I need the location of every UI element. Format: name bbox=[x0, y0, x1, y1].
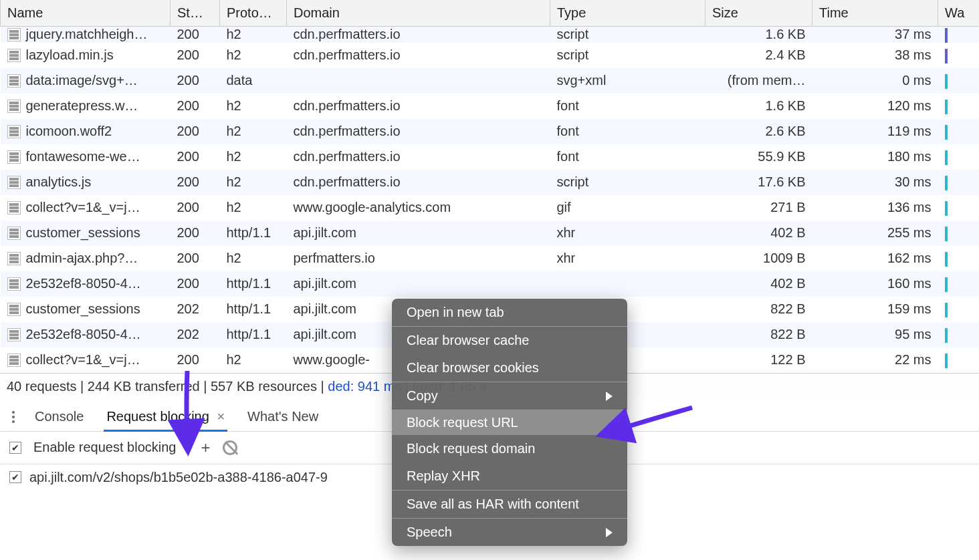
cell-protocol: h2 bbox=[220, 119, 287, 144]
cell-time: 120 ms bbox=[812, 94, 938, 119]
col-size[interactable]: Size bbox=[705, 0, 812, 27]
enable-blocking-checkbox[interactable] bbox=[9, 442, 21, 454]
cell-size: 1009 B bbox=[705, 246, 812, 271]
cell-name: 2e532ef8-8050-4… bbox=[26, 327, 141, 342]
cell-time: 119 ms bbox=[812, 119, 938, 144]
cell-type: xhr bbox=[550, 221, 705, 246]
cell-domain: cdn.perfmatters.io bbox=[287, 43, 550, 68]
tab-console[interactable]: Console bbox=[32, 404, 86, 431]
table-row[interactable]: fontawesome-we…200h2cdn.perfmatters.iofo… bbox=[1, 144, 980, 170]
menu-clear-cache[interactable]: Clear browser cache bbox=[392, 327, 627, 354]
cell-protocol: http/1.1 bbox=[220, 297, 287, 322]
file-icon bbox=[7, 150, 21, 164]
table-row[interactable]: customer_sessions200http/1.1api.jilt.com… bbox=[1, 221, 980, 246]
file-icon bbox=[7, 176, 21, 189]
cell-size: 402 B bbox=[705, 271, 812, 297]
cell-status: 200 bbox=[171, 271, 220, 297]
table-row[interactable]: admin-ajax.php?…200h2perfmatters.ioxhr10… bbox=[1, 246, 980, 271]
cell-domain: cdn.perfmatters.io bbox=[287, 144, 550, 170]
cell-waterfall bbox=[938, 68, 980, 94]
cell-size: 17.6 KB bbox=[705, 170, 812, 195]
table-row[interactable]: data:image/svg+…200datasvg+xml(from mem…… bbox=[1, 68, 980, 94]
cell-waterfall bbox=[938, 119, 980, 144]
cell-domain bbox=[287, 68, 550, 94]
pattern-checkbox[interactable] bbox=[9, 471, 21, 483]
tab-whats-new[interactable]: What's New bbox=[245, 404, 321, 431]
table-row[interactable]: generatepress.w…200h2cdn.perfmatters.iof… bbox=[1, 94, 980, 119]
cell-status: 202 bbox=[171, 322, 220, 347]
menu-replay-xhr[interactable]: Replay XHR bbox=[392, 462, 627, 490]
table-row[interactable]: lazyload.min.js200h2cdn.perfmatters.iosc… bbox=[1, 43, 980, 68]
clear-patterns-icon[interactable] bbox=[223, 440, 237, 455]
menu-block-domain[interactable]: Block request domain bbox=[392, 435, 627, 462]
file-icon bbox=[7, 201, 21, 215]
cell-waterfall bbox=[938, 297, 980, 322]
close-icon[interactable]: × bbox=[217, 409, 225, 424]
menu-speech[interactable]: Speech bbox=[392, 519, 627, 546]
kebab-icon[interactable] bbox=[12, 407, 15, 427]
cell-time: 159 ms bbox=[812, 297, 938, 322]
cell-time: 180 ms bbox=[812, 144, 938, 170]
col-name[interactable]: Name bbox=[1, 0, 171, 27]
cell-status: 200 bbox=[171, 221, 220, 246]
cell-size: 271 B bbox=[705, 195, 812, 221]
tab-request-blocking-label: Request blocking bbox=[106, 409, 209, 424]
cell-waterfall bbox=[938, 347, 980, 373]
col-type[interactable]: Type bbox=[550, 0, 705, 27]
cell-time: 255 ms bbox=[812, 221, 938, 246]
cell-size: 822 B bbox=[705, 322, 812, 347]
summary-domloaded: ded: 941 ms bbox=[328, 379, 401, 394]
cell-name: generatepress.w… bbox=[26, 98, 138, 114]
col-time[interactable]: Time bbox=[812, 0, 938, 27]
menu-block-url[interactable]: Block request URL bbox=[392, 410, 627, 435]
cell-waterfall bbox=[938, 195, 980, 221]
cell-time: 160 ms bbox=[812, 271, 938, 297]
cell-protocol: http/1.1 bbox=[220, 221, 287, 246]
cell-status: 200 bbox=[171, 94, 220, 119]
menu-clear-cookies[interactable]: Clear browser cookies bbox=[392, 354, 627, 382]
cell-status: 200 bbox=[171, 195, 220, 221]
table-row[interactable]: analytics.js200h2cdn.perfmatters.ioscrip… bbox=[1, 170, 980, 195]
cell-time: 30 ms bbox=[812, 170, 938, 195]
cell-protocol: h2 bbox=[220, 170, 287, 195]
cell-type: gif bbox=[550, 195, 705, 221]
col-protocol[interactable]: Proto… bbox=[220, 0, 287, 27]
cell-name: admin-ajax.php?… bbox=[26, 251, 138, 266]
table-row[interactable]: icomoon.woff2200h2cdn.perfmatters.iofont… bbox=[1, 119, 980, 144]
col-status[interactable]: St… bbox=[171, 0, 220, 27]
file-icon bbox=[7, 125, 21, 138]
menu-open-new-tab[interactable]: Open in new tab bbox=[392, 299, 627, 326]
cell-name: fontawesome-we… bbox=[26, 149, 140, 164]
col-waterfall[interactable]: Wa bbox=[938, 0, 980, 27]
cell-protocol: h2 bbox=[220, 347, 287, 373]
file-icon bbox=[7, 354, 21, 367]
cell-name: jquery.matchheigh… bbox=[26, 27, 148, 42]
table-row[interactable]: collect?v=1&_v=j…200h2www.google-analyti… bbox=[1, 195, 980, 221]
cell-type: svg+xml bbox=[550, 68, 705, 94]
cell-type: script bbox=[550, 43, 705, 68]
menu-save-har[interactable]: Save all as HAR with content bbox=[392, 491, 627, 518]
table-header-row: Name St… Proto… Domain Type Size Time Wa bbox=[1, 0, 980, 27]
cell-waterfall bbox=[938, 271, 980, 297]
summary-text: 40 requests | 244 KB transferred | 557 K… bbox=[7, 379, 328, 394]
cell-status: 200 bbox=[171, 347, 220, 373]
cell-time: 38 ms bbox=[812, 43, 938, 68]
table-row[interactable]: 2e532ef8-8050-4…200http/1.1api.jilt.com4… bbox=[1, 271, 980, 297]
cell-domain: www.google-analytics.com bbox=[287, 195, 550, 221]
file-icon bbox=[7, 28, 21, 41]
cell-protocol: h2 bbox=[220, 144, 287, 170]
file-icon bbox=[7, 74, 21, 88]
menu-copy[interactable]: Copy bbox=[392, 382, 627, 410]
cell-status: 200 bbox=[171, 68, 220, 94]
enable-blocking-label: Enable request blocking bbox=[33, 440, 176, 455]
tab-request-blocking[interactable]: Request blocking × bbox=[104, 404, 227, 431]
cell-size: (from mem… bbox=[705, 68, 812, 94]
cell-protocol: h2 bbox=[220, 246, 287, 271]
add-pattern-icon[interactable]: + bbox=[201, 440, 210, 456]
cell-domain: cdn.perfmatters.io bbox=[287, 94, 550, 119]
cell-size: 402 B bbox=[705, 221, 812, 246]
cell-waterfall bbox=[938, 170, 980, 195]
divider bbox=[188, 438, 189, 457]
table-row[interactable]: jquery.matchheigh…200h2cdn.perfmatters.i… bbox=[1, 27, 980, 43]
col-domain[interactable]: Domain bbox=[287, 0, 550, 27]
